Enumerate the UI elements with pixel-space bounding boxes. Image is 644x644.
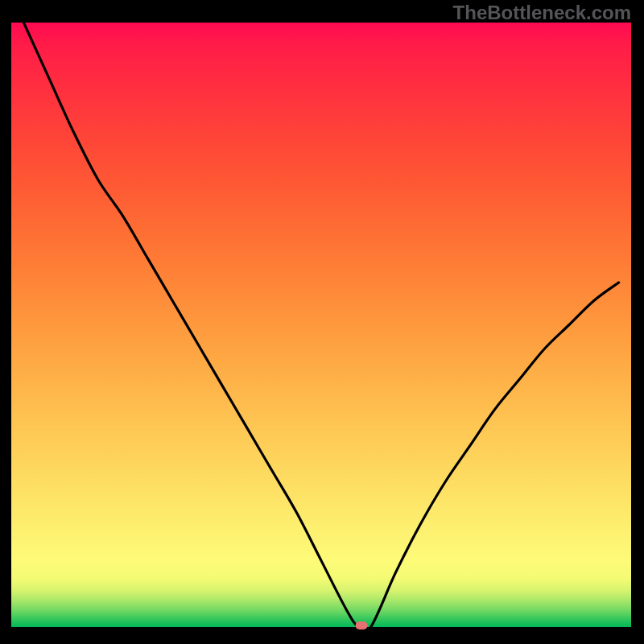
svg-rect-0 bbox=[11, 23, 631, 627]
bottleneck-chart bbox=[0, 0, 644, 644]
chart-container: TheBottleneck.com bbox=[0, 0, 644, 644]
watermark-label: TheBottleneck.com bbox=[453, 2, 631, 24]
optimal-marker bbox=[356, 621, 368, 630]
